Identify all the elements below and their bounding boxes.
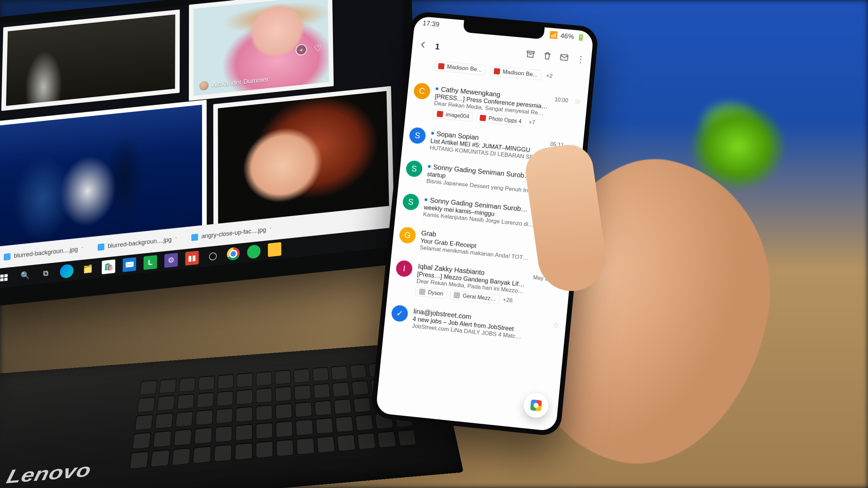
sender-avatar[interactable]: G [399,226,416,244]
svg-rect-1 [4,274,8,278]
status-time: 17:39 [422,19,440,29]
battery-text: 46% [560,32,574,40]
author-name: Alexander Dummer [212,76,269,89]
download-chip[interactable]: blurred-backgroun....jpg ˄ [94,233,181,253]
mail-icon[interactable]: ✉️ [123,257,136,272]
image-file-icon [4,253,11,260]
unread-dot-icon [436,87,439,90]
attachment-chip[interactable]: Madison Be... [434,61,486,75]
svg-rect-0 [0,274,4,278]
email-time: 10:00 [554,97,569,104]
sender-avatar[interactable]: C [413,82,431,100]
edge-icon[interactable] [60,264,74,279]
battery-icon: 🔋 [576,33,586,42]
star-icon[interactable]: ☆ [574,97,581,106]
download-filename: blurred-backgroun....jpg [14,246,78,259]
unread-dot-icon [431,132,434,135]
settings-icon[interactable]: ⚙ [164,253,178,268]
attachment-label: image004 [445,111,469,120]
attachment-chip[interactable]: image004 [433,109,473,122]
attachment-chip[interactable]: Dyson [415,286,447,299]
svg-rect-2 [0,278,4,282]
cortana-icon[interactable]: ◯ [206,248,220,263]
mail-icon[interactable] [559,52,569,64]
search-icon[interactable]: 🔍 [18,268,32,283]
photo-overlay-controls: ＋ ♡ [296,42,323,56]
more-icon[interactable]: ⋮ [576,54,586,65]
photo-credit[interactable]: Alexander Dummer [199,75,269,90]
unread-dot-icon [428,165,431,168]
download-chip[interactable]: blurred-backgroun....jpg ˄ [0,243,87,263]
star-icon[interactable]: ☆ [552,321,560,330]
attachment-chip[interactable]: Madison Be... [490,66,542,80]
file-icon [437,111,443,117]
download-filename: angry-close-up-fac....jpg [201,226,266,240]
chip-label: Madison Be... [447,63,482,73]
file-explorer-icon[interactable]: 🗂️ [81,262,94,277]
sender-name: Grab [421,229,436,238]
compose-icon [530,399,542,411]
chevron-up-icon[interactable]: ˄ [175,236,177,242]
svg-rect-3 [4,278,8,281]
chevron-up-icon[interactable]: ˄ [81,246,83,252]
unread-dot-icon [425,198,428,201]
download-chip[interactable]: angry-close-up-fac....jpg ˄ [188,223,275,243]
image-file-icon [191,233,198,241]
chrome-icon[interactable] [227,247,240,261]
attachment-overflow[interactable]: +7 [528,119,535,126]
sender-avatar[interactable]: S [405,160,423,178]
chip-label: Madison Be... [502,68,538,78]
delete-icon[interactable] [542,51,553,62]
laptop-display: ＋ ♡ Alexander Dummer blurred-backgroun..… [0,0,408,289]
file-icon [454,292,460,299]
selected-count: 1 [435,42,440,52]
app-l-icon[interactable]: L [143,255,157,270]
sender-avatar[interactable]: ✓ [391,305,409,323]
spotify-icon[interactable] [247,244,261,259]
add-icon[interactable]: ＋ [296,44,307,56]
download-filename: blurred-backgroun....jpg [108,236,172,250]
attachment-overflow[interactable]: +26 [502,297,513,304]
attachment-label: Dyson [428,289,443,297]
sender-avatar[interactable]: S [409,127,426,144]
attachment-label: Gerai Mezz… [462,293,496,302]
laptop-screen: ＋ ♡ Alexander Dummer blurred-backgroun..… [0,0,419,308]
back-icon[interactable] [418,40,429,51]
signal-icon: 📶 [549,30,558,39]
app-red-icon[interactable]: ▮▮ [185,251,199,266]
attachment-chip[interactable]: Gerai Mezz… [450,290,500,304]
laptop-brand: Lenovo [4,459,93,488]
heart-icon[interactable]: ♡ [312,42,323,54]
chip-overflow[interactable]: +2 [546,73,553,80]
image-file-icon [98,243,104,251]
attachment-label: Photo Opps 4 [488,116,522,125]
microsoft-store-icon[interactable]: 🛍️ [102,259,115,274]
photo-baby[interactable]: ＋ ♡ Alexander Dummer [189,0,334,101]
sender-avatar[interactable]: I [395,260,413,277]
task-view-icon[interactable]: ⧉ [39,266,53,281]
sender-avatar[interactable]: S [402,193,420,211]
author-avatar [199,81,209,90]
chevron-up-icon[interactable]: ˄ [270,226,272,232]
file-icon [480,115,487,121]
file-icon [494,68,500,75]
keyboard [130,362,416,469]
attachment-chip[interactable]: Photo Opps 4 [476,113,526,126]
photo-dark-stage[interactable] [1,9,180,111]
start-button[interactable] [0,270,11,285]
file-icon [438,63,445,69]
folder-icon[interactable] [268,242,281,257]
archive-icon[interactable] [525,49,536,61]
file-icon [419,288,426,295]
